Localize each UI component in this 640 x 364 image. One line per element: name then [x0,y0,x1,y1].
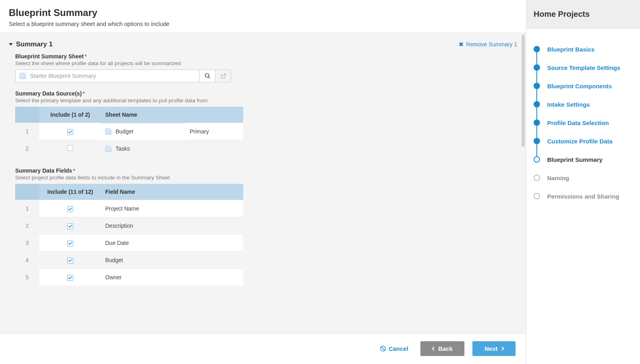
row-index: 4 [15,252,39,269]
include-checkbox[interactable] [67,145,73,151]
sheet-picker-desc: Select the sheet where profile data for … [15,60,517,66]
sources-label: Summary Data Source(s)* [15,90,517,97]
field-name-cell: Description [101,217,243,235]
step-label: Permissions and Sharing [547,193,619,200]
wizard-step[interactable]: Intake Settings [534,95,633,113]
include-checkbox[interactable] [67,129,73,135]
footer: Cancel Back Next [0,334,526,364]
next-button[interactable]: Next [472,341,516,356]
wizard-step[interactable]: Blueprint Basics [534,40,633,58]
step-dot-icon [534,46,540,52]
caret-down-icon [9,43,13,46]
step-dot-icon [534,138,540,144]
svg-point-0 [205,74,209,77]
fields-desc: Select project profile data fields to in… [15,175,517,181]
chevron-right-icon [500,347,504,351]
sheet-picker-input[interactable]: Starter Blueprint Summary [15,70,199,82]
step-dot-icon [534,83,540,89]
table-row: 2 Description [15,217,243,235]
wizard-step[interactable]: Profile Data Selection [534,113,633,132]
sidebar-title: Home Projects [526,0,640,29]
remove-summary-label: Remove Summary 1 [466,41,517,48]
wizard-step[interactable]: Customize Profile Data [534,132,633,150]
table-row: 1 Budget Primary [15,123,243,140]
next-label: Next [484,345,498,352]
section-heading: Summary 1 [16,40,53,48]
field-name-cell: Due Date [101,235,243,252]
step-dot-icon [534,64,540,71]
sheet-icon [105,145,112,152]
source-note: Primary [186,123,243,140]
external-link-icon [220,73,226,79]
sheet-open-button [215,70,231,82]
field-name-cell: Project Name [101,200,243,217]
row-index: 1 [15,123,39,140]
svg-line-4 [382,347,385,350]
remove-summary-link[interactable]: ✖ Remove Summary 1 [459,41,517,48]
sources-col-sheet: Sheet Name [101,107,186,123]
svg-line-1 [208,77,210,78]
content-area: Summary 1 ✖ Remove Summary 1 Blueprint S… [0,33,526,334]
table-row: 5 Owner [15,269,243,286]
table-row: 3 Due Date [15,235,243,252]
sheet-icon [20,73,26,79]
sheet-icon [105,128,112,135]
field-name-cell: Owner [101,269,243,286]
sheet-picker-label: Blueprint Summary Sheet* [15,53,517,60]
table-row: 1 Project Name [15,200,243,217]
fields-col-idx [15,184,39,200]
fields-col-include: Include (11 of 12) [39,184,101,200]
sheet-picker-placeholder: Starter Blueprint Summary [30,73,96,79]
table-row: 2 Tasks [15,140,243,157]
row-index: 2 [15,140,39,157]
step-label: Blueprint Summary [547,156,602,163]
wizard-step: Naming [534,169,633,187]
section-toggle[interactable]: Summary 1 [9,40,53,48]
search-icon [204,73,211,79]
wizard-step[interactable]: Source Template Settings [534,58,633,77]
step-dot-icon [534,193,540,199]
sources-desc: Select the primary template and any addi… [15,97,517,103]
page-subtitle: Select a blueprint summary sheet and whi… [9,21,517,27]
page-header: Blueprint Summary Select a blueprint sum… [0,0,526,33]
cancel-icon [380,346,386,352]
step-dot-icon [534,175,540,181]
include-checkbox[interactable] [67,241,73,247]
sidebar: Home Projects Blueprint Basics Source Te… [526,0,640,364]
cancel-label: Cancel [388,345,408,352]
chevron-left-icon [432,347,436,351]
step-label: Profile Data Selection [547,119,609,126]
wizard-step: Blueprint Summary [534,150,633,169]
include-checkbox[interactable] [67,258,73,264]
include-checkbox[interactable] [67,275,73,281]
fields-col-name: Field Name [101,184,243,200]
scrollbar[interactable] [522,35,525,147]
sources-table: Include (1 of 2) Sheet Name 1 Budget Pri… [15,107,243,157]
row-index: 3 [15,235,39,252]
row-index: 2 [15,217,39,235]
svg-line-2 [223,74,226,76]
source-note [186,140,243,157]
wizard-steps: Blueprint Basics Source Template Setting… [526,29,640,217]
include-checkbox[interactable] [67,223,73,229]
field-name-cell: Budget [101,252,243,269]
cancel-link[interactable]: Cancel [380,345,408,352]
wizard-step: Permissions and Sharing [534,187,633,205]
sheet-name-cell: Budget [101,123,186,139]
step-label: Source Template Settings [547,64,620,71]
sheet-name-cell: Tasks [101,140,186,157]
sources-col-include: Include (1 of 2) [39,107,101,123]
step-label: Customize Profile Data [547,138,612,145]
wizard-step[interactable]: Blueprint Components [534,77,633,95]
step-label: Blueprint Basics [547,46,594,53]
include-checkbox[interactable] [67,206,73,212]
close-icon: ✖ [459,41,464,48]
back-button[interactable]: Back [420,341,465,356]
page-title: Blueprint Summary [9,7,517,18]
step-dot-icon [534,101,540,107]
fields-label: Summary Data Fields* [15,167,517,174]
sheet-search-button[interactable] [199,70,215,82]
fields-table: Include (11 of 12) Field Name 1 Project … [15,184,243,286]
step-label: Blueprint Components [547,83,612,90]
table-row: 4 Budget [15,252,243,269]
